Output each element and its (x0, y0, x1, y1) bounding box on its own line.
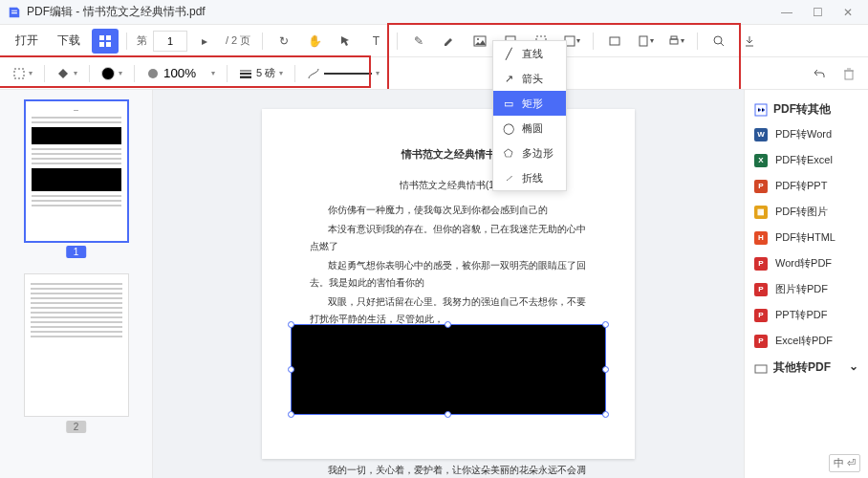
download-button[interactable]: 下载 (50, 29, 88, 53)
image-button[interactable] (467, 29, 493, 54)
pen-button[interactable]: ✎ (405, 29, 432, 54)
shape-dropdown: ╱直线 ↗箭头 ▭矩形 ◯椭圆 ⬠多边形 ⟋折线 (492, 40, 567, 191)
shape-ellipse[interactable]: ◯椭圆 (493, 116, 566, 141)
delete-button[interactable] (837, 62, 860, 85)
convert-word-to-pdf[interactable]: PWord转PDF (745, 250, 868, 276)
close-button[interactable]: ✕ (835, 3, 860, 22)
footer: 中 ⏎ (829, 454, 860, 472)
page-layout-button[interactable]: ▾ (632, 29, 659, 54)
print-button[interactable]: ▾ (662, 29, 689, 54)
page-total-label: / 2 页 (226, 33, 250, 48)
minimize-button[interactable]: ― (774, 3, 799, 22)
app-name: PDF编辑 - 情书范文之经典情书.pdf (27, 4, 206, 20)
svg-rect-3 (106, 42, 111, 47)
rotate-button[interactable]: ↻ (271, 29, 297, 54)
shape-toolbar: ▾ ▾ ▾ ▾ 5 磅▾ ▾ (0, 57, 868, 90)
other-converts[interactable]: 其他转PDF ⌄ (745, 354, 868, 381)
search-button[interactable] (705, 29, 732, 54)
stroke-color-button[interactable]: ▾ (96, 62, 128, 85)
pan-button[interactable]: ✋ (301, 29, 328, 54)
shape-line[interactable]: ╱直线 (493, 41, 566, 66)
line-style-button[interactable]: ▾ (301, 62, 385, 85)
titlebar: PDF编辑 - 情书范文之经典情书.pdf ― ☐ ✕ (0, 0, 868, 25)
convert-html[interactable]: HPDF转HTML (745, 225, 868, 250)
rect-icon: ▭ (503, 98, 514, 109)
panel-header: PDF转其他 (745, 98, 868, 121)
main-toolbar: 打开 下载 第 ▸ / 2 页 ↻ ✋ T ✎ ▾ ▾ ▾ (0, 25, 868, 57)
convert-word[interactable]: WPDF转Word (745, 121, 868, 147)
next-page-button[interactable]: ▸ (191, 29, 218, 54)
window-controls: ― ☐ ✕ (774, 3, 860, 22)
convert-excel-to-pdf[interactable]: PExcel转PDF (745, 328, 868, 354)
svg-rect-0 (99, 35, 104, 40)
convert-image[interactable]: ▦PDF转图片 (745, 199, 868, 225)
page-number-input[interactable] (153, 31, 187, 52)
svg-rect-2 (99, 42, 104, 47)
convert-excel[interactable]: XPDF转Excel (745, 147, 868, 173)
paragraph: 鼓起勇气想你表明心中的感受，被你那一双明亮的眼睛压了回去。我是如此的害怕看你的 (310, 257, 587, 292)
paragraph: 我的一切，关心着，爱护着，让你这朵美丽的花朵永远不会凋谢。哪怕是有狂风暴雨，我的 (310, 462, 587, 478)
app-logo-icon (8, 6, 21, 19)
paragraph: 本没有意识到我的存在。但你的容貌，已在我迷茫无助的心中点燃了 (310, 221, 587, 255)
fit-button[interactable] (601, 29, 628, 54)
svg-rect-1 (106, 35, 111, 40)
drawn-rectangle[interactable] (291, 324, 606, 415)
convert-icon (754, 103, 768, 117)
svg-rect-19 (845, 71, 853, 79)
convert-image-to-pdf[interactable]: P图片转PDF (745, 276, 868, 302)
convert-panel: PDF转其他 WPDF转Word XPDF转Excel PPDF转PPT ▦PD… (744, 90, 868, 478)
svg-rect-10 (640, 36, 647, 46)
shape-rect[interactable]: ▭矩形 (493, 91, 566, 116)
text-button[interactable]: T (362, 29, 389, 54)
folder-icon (754, 361, 768, 375)
shape-polygon[interactable]: ⬠多边形 (493, 141, 566, 165)
thumbnails-panel: — 1 2 (0, 90, 153, 478)
maximize-button[interactable]: ☐ (805, 3, 830, 22)
polygon-icon: ⬠ (503, 147, 514, 159)
fill-color-button[interactable]: ▾ (51, 62, 83, 85)
svg-rect-21 (755, 365, 767, 373)
undo-button[interactable] (807, 62, 832, 85)
svg-point-5 (477, 38, 479, 40)
pdf-page: 情书范文之经典情书 情书范文之经典情书(1) 你仿佛有一种魔力，使我每次见到你都… (262, 109, 635, 459)
svg-rect-12 (671, 36, 677, 39)
chevron-down-icon: ⌄ (849, 359, 858, 376)
convert-ppt-to-pdf[interactable]: PPPT转PDF (745, 302, 868, 328)
opacity-button[interactable]: ▾ (141, 62, 221, 85)
line-icon: ╱ (503, 48, 514, 59)
ellipse-icon: ◯ (503, 122, 514, 134)
ime-indicator[interactable]: 中 ⏎ (829, 454, 860, 472)
content-area: — 1 2 情书范文之经典情书 情书范文之经典情书(1) 你仿佛有一种魔力，使我… (0, 90, 868, 478)
thumbnail-page-2[interactable]: 2 (24, 273, 129, 417)
select-mode-button[interactable]: ▾ (8, 62, 38, 85)
svg-point-15 (148, 69, 158, 78)
cursor-button[interactable] (332, 29, 358, 54)
highlight-button[interactable] (436, 29, 463, 54)
stroke-width-button[interactable]: 5 磅▾ (233, 62, 289, 85)
export-button[interactable] (736, 29, 763, 54)
shape-polyline[interactable]: ⟋折线 (493, 165, 566, 190)
polyline-icon: ⟋ (503, 172, 514, 184)
thumbnail-page-1[interactable]: — 1 (24, 99, 129, 243)
svg-rect-11 (670, 39, 678, 44)
svg-rect-9 (610, 37, 619, 45)
svg-point-13 (714, 36, 722, 44)
shape-arrow[interactable]: ↗箭头 (493, 66, 566, 91)
convert-ppt[interactable]: PPDF转PPT (745, 173, 868, 199)
document-view[interactable]: 情书范文之经典情书 情书范文之经典情书(1) 你仿佛有一种魔力，使我每次见到你都… (153, 90, 744, 478)
arrow-icon: ↗ (503, 73, 514, 84)
open-button[interactable]: 打开 (8, 29, 46, 53)
svg-rect-14 (14, 69, 24, 78)
thumbnails-button[interactable] (92, 29, 119, 54)
paragraph: 你仿佛有一种魔力，使我每次见到你都会感到自己的 (310, 202, 587, 219)
